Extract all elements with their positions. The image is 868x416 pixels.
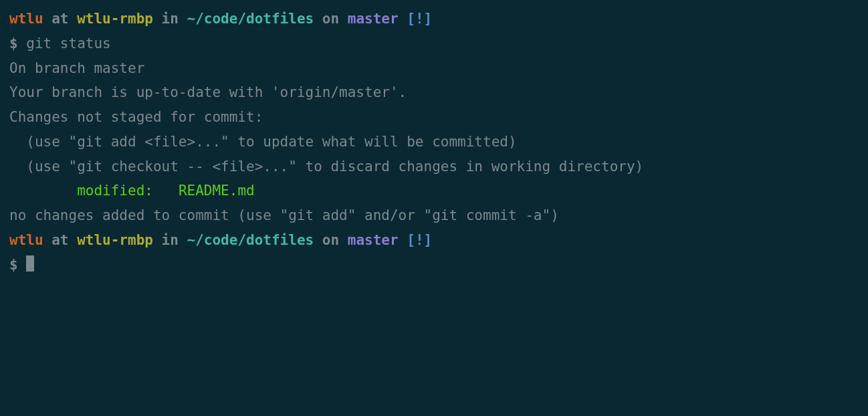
output-modified-file: README.md — [179, 183, 255, 199]
output-hint-add: (use "git add <file>..." to update what … — [9, 130, 859, 154]
output-uptodate: Your branch is up-to-date with 'origin/m… — [9, 80, 859, 105]
command-text: git status — [26, 35, 110, 51]
prompt-host: wtlu-rmbp — [77, 11, 153, 27]
prompt-path: ~/code/dotfiles — [187, 232, 314, 248]
prompt-symbol: $ — [9, 35, 26, 51]
output-modified-label: modified: — [9, 183, 179, 199]
prompt-dirty-flag: [!] — [399, 232, 433, 248]
prompt-branch: master — [348, 232, 399, 248]
prompt-on: on — [314, 232, 348, 248]
prompt-at: at — [43, 232, 78, 248]
prompt-line-2: wtlu at wtlu-rmbp in ~/code/dotfiles on … — [9, 228, 859, 253]
prompt-symbol: $ — [9, 257, 26, 273]
output-no-changes: no changes added to commit (use "git add… — [9, 203, 859, 228]
prompt-in: in — [153, 232, 187, 248]
prompt-host: wtlu-rmbp — [77, 232, 153, 248]
prompt-line-1: wtlu at wtlu-rmbp in ~/code/dotfiles on … — [9, 7, 859, 31]
output-changes-header: Changes not staged for commit: — [9, 105, 859, 130]
prompt-in: in — [153, 11, 187, 27]
command-line-2[interactable]: $ — [9, 253, 859, 278]
output-modified-line: modified: README.md — [9, 179, 859, 203]
prompt-at: at — [43, 11, 78, 27]
terminal-window[interactable]: wtlu at wtlu-rmbp in ~/code/dotfiles on … — [9, 7, 859, 277]
prompt-on: on — [314, 11, 348, 27]
command-line-1: $ git status — [9, 31, 859, 56]
cursor-block-icon — [26, 255, 34, 272]
prompt-user: wtlu — [9, 11, 43, 27]
prompt-branch: master — [348, 11, 399, 27]
output-branch: On branch master — [9, 56, 859, 81]
prompt-dirty-flag: [!] — [399, 11, 433, 27]
output-hint-checkout: (use "git checkout -- <file>..." to disc… — [9, 154, 859, 179]
prompt-user: wtlu — [9, 232, 43, 248]
prompt-path: ~/code/dotfiles — [187, 11, 314, 27]
